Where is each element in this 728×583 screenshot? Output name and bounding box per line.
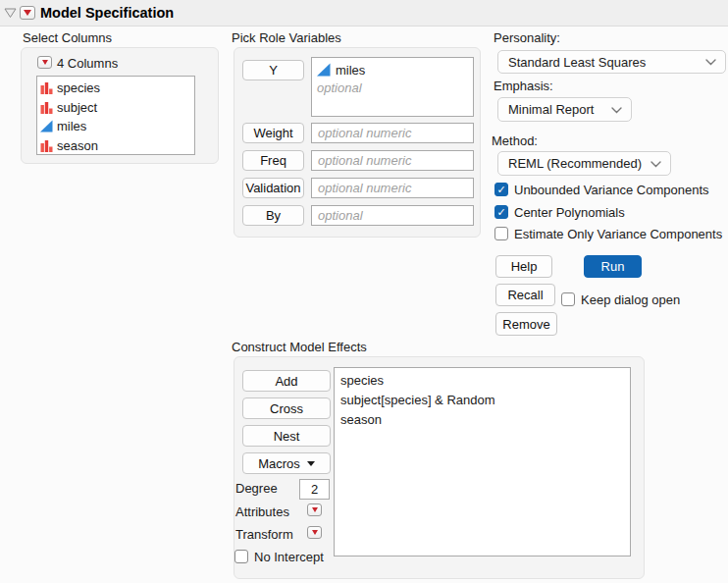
degree-label: Degree [235,481,278,496]
emphasis-value: Minimal Report [508,102,594,117]
y-role-list[interactable]: miles optional [311,57,474,117]
no-intercept-checkbox[interactable] [234,550,248,563]
macros-button[interactable]: Macros [242,452,331,474]
list-item[interactable]: miles [40,117,194,136]
model-effects-list[interactable]: species subject[species] & Random season [334,367,631,556]
weight-role-box[interactable]: optional numeric [311,123,474,143]
center-polynomials-label: Center Polynomials [514,205,625,220]
keep-dialog-open-label: Keep dialog open [581,292,680,307]
construct-effects-label: Construct Model Effects [232,340,367,354]
help-button[interactable]: Help [495,255,552,278]
validation-placeholder: optional numeric [318,181,411,195]
estimate-only-variance-label: Estimate Only Variance Components [514,227,722,241]
effect-item[interactable]: season [340,410,624,430]
chevron-down-icon [650,161,661,168]
column-name: subject [57,100,97,115]
center-polynomials-checkbox[interactable] [494,205,508,219]
emphasis-dropdown[interactable]: Minimal Report [497,97,632,122]
freq-role-button[interactable]: Freq [242,150,304,171]
red-triangle-icon [24,10,31,16]
columns-red-triangle-button[interactable] [37,56,52,69]
red-triangle-icon [312,507,318,512]
page-title: Model Specification [40,5,174,21]
emphasis-label: Emphasis: [494,79,553,93]
macros-button-label: Macros [258,456,300,471]
effect-item[interactable]: species [340,371,624,391]
recall-button[interactable]: Recall [495,284,555,306]
red-triangle-icon [312,530,318,535]
personality-label: Personality: [494,30,560,45]
chevron-down-icon [611,107,622,114]
column-name: species [57,80,100,95]
continuous-column-icon [317,63,331,77]
red-triangle-menu-button[interactable] [20,6,35,20]
chevron-down-icon [705,59,716,66]
select-columns-label: Select Columns [23,30,112,45]
nominal-column-icon [40,139,53,152]
method-dropdown[interactable]: REML (Recommended) [497,151,671,176]
by-role-box[interactable]: optional [311,205,474,226]
red-triangle-icon [42,60,48,65]
transform-red-triangle-button[interactable] [307,526,322,539]
attributes-label: Attributes [235,504,289,519]
nominal-column-icon [40,101,53,114]
columns-count-label: 4 Columns [57,56,118,71]
method-label: Method: [492,133,538,148]
unbounded-variance-checkbox[interactable] [494,183,508,196]
validation-role-button[interactable]: Validation [242,178,304,198]
no-intercept-label: No Intercept [254,550,324,564]
nest-button[interactable]: Nest [242,425,331,447]
columns-list[interactable]: species subject miles season [36,76,195,155]
model-specification-dialog: Model Specification Select Columns 4 Col… [0,0,728,583]
freq-role-box[interactable]: optional numeric [311,150,474,171]
nominal-column-icon [40,81,53,94]
caret-down-icon [307,461,315,466]
personality-dropdown[interactable]: Standard Least Squares [497,50,726,74]
weight-role-button[interactable]: Weight [242,123,304,143]
list-item[interactable]: species [40,79,194,98]
cross-button[interactable]: Cross [242,398,331,419]
y-variable-item[interactable]: miles [317,61,468,79]
continuous-column-icon [40,120,53,132]
transform-label: Transform [235,527,293,542]
estimate-only-variance-checkbox[interactable] [494,227,508,240]
freq-placeholder: optional numeric [318,153,411,168]
list-item[interactable]: season [40,136,194,156]
keep-dialog-open-checkbox[interactable] [561,292,575,306]
add-button[interactable]: Add [242,370,331,392]
column-name: season [57,138,98,153]
by-placeholder: optional [318,208,363,223]
column-name: miles [57,119,86,133]
list-item[interactable]: subject [40,98,194,118]
personality-value: Standard Least Squares [508,55,646,70]
unbounded-variance-label: Unbounded Variance Components [514,183,709,197]
disclosure-triangle-icon[interactable] [4,8,17,19]
validation-role-box[interactable]: optional numeric [311,178,474,198]
y-placeholder: optional [317,80,468,95]
effect-item[interactable]: subject[species] & Random [340,391,624,410]
weight-placeholder: optional numeric [318,126,411,140]
attributes-red-triangle-button[interactable] [307,504,322,516]
y-variable-name: miles [336,63,365,78]
run-button[interactable]: Run [584,255,642,278]
method-value: REML (Recommended) [508,156,642,171]
y-role-button[interactable]: Y [242,60,304,80]
remove-button[interactable]: Remove [495,312,557,336]
degree-input[interactable] [299,479,330,500]
pick-roles-label: Pick Role Variables [232,30,341,45]
by-role-button[interactable]: By [242,205,304,226]
